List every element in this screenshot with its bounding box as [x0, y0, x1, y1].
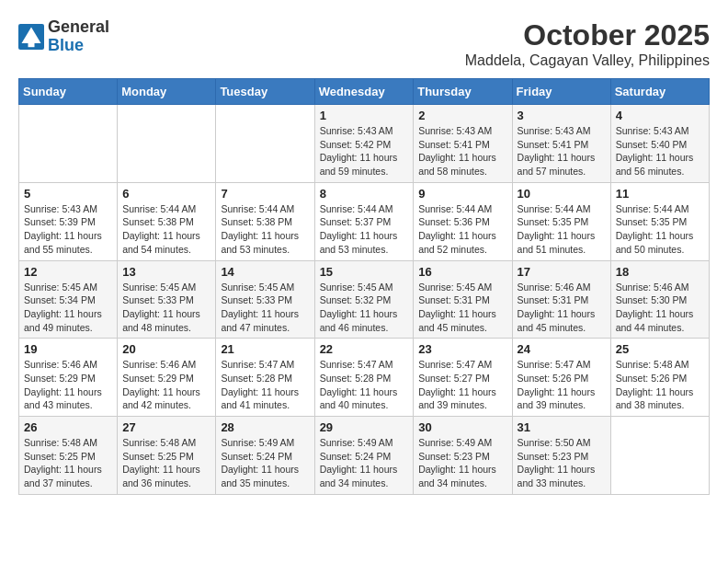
calendar-cell: 13Sunrise: 5:45 AM Sunset: 5:33 PM Dayli… — [118, 260, 216, 339]
day-info: Sunrise: 5:44 AM Sunset: 5:35 PM Dayligh… — [616, 202, 704, 257]
calendar-cell: 22Sunrise: 5:47 AM Sunset: 5:28 PM Dayli… — [314, 339, 414, 417]
calendar-cell: 23Sunrise: 5:47 AM Sunset: 5:27 PM Dayli… — [414, 339, 512, 417]
calendar-cell: 25Sunrise: 5:48 AM Sunset: 5:26 PM Dayli… — [610, 339, 709, 417]
day-number: 27 — [122, 420, 210, 434]
day-info: Sunrise: 5:43 AM Sunset: 5:42 PM Dayligh… — [320, 124, 409, 178]
day-number: 18 — [616, 265, 704, 279]
location-title: Maddela, Cagayan Valley, Philippines — [465, 52, 710, 69]
calendar-cell: 11Sunrise: 5:44 AM Sunset: 5:35 PM Dayli… — [610, 182, 709, 260]
day-number: 19 — [24, 342, 112, 356]
day-number: 7 — [221, 187, 309, 201]
day-number: 28 — [221, 420, 309, 434]
day-number: 3 — [518, 109, 606, 122]
day-number: 12 — [24, 265, 112, 279]
day-number: 13 — [122, 265, 210, 279]
day-number: 25 — [616, 342, 704, 356]
day-number: 1 — [320, 109, 409, 122]
day-number: 15 — [320, 265, 409, 279]
day-info: Sunrise: 5:45 AM Sunset: 5:34 PM Dayligh… — [24, 281, 112, 335]
day-info: Sunrise: 5:43 AM Sunset: 5:40 PM Dayligh… — [616, 124, 704, 178]
calendar-cell — [118, 105, 216, 183]
day-info: Sunrise: 5:49 AM Sunset: 5:23 PM Dayligh… — [418, 436, 506, 490]
logo: General Blue — [18, 18, 109, 55]
calendar-cell — [610, 417, 709, 495]
day-number: 20 — [122, 342, 210, 356]
week-row-2: 5Sunrise: 5:43 AM Sunset: 5:39 PM Daylig… — [19, 182, 710, 260]
day-info: Sunrise: 5:44 AM Sunset: 5:35 PM Dayligh… — [518, 202, 606, 257]
calendar-cell: 3Sunrise: 5:43 AM Sunset: 5:41 PM Daylig… — [512, 105, 610, 183]
calendar-cell: 15Sunrise: 5:45 AM Sunset: 5:32 PM Dayli… — [314, 260, 414, 339]
logo-blue: Blue — [48, 36, 84, 54]
calendar-cell — [19, 105, 118, 183]
day-info: Sunrise: 5:45 AM Sunset: 5:33 PM Dayligh… — [221, 281, 309, 335]
weekday-header-tuesday: Tuesday — [216, 79, 314, 105]
title-block: October 2025 Maddela, Cagayan Valley, Ph… — [465, 18, 710, 69]
day-info: Sunrise: 5:49 AM Sunset: 5:24 PM Dayligh… — [221, 436, 309, 490]
weekday-header-monday: Monday — [118, 79, 216, 105]
calendar-cell: 5Sunrise: 5:43 AM Sunset: 5:39 PM Daylig… — [19, 182, 118, 260]
weekday-header-row: SundayMondayTuesdayWednesdayThursdayFrid… — [19, 79, 710, 105]
day-info: Sunrise: 5:45 AM Sunset: 5:33 PM Dayligh… — [122, 281, 210, 335]
day-number: 24 — [518, 342, 606, 356]
svg-rect-2 — [28, 41, 35, 47]
day-number: 4 — [616, 109, 704, 122]
calendar-cell: 12Sunrise: 5:45 AM Sunset: 5:34 PM Dayli… — [19, 260, 118, 339]
logo-general: General — [48, 17, 109, 36]
day-info: Sunrise: 5:45 AM Sunset: 5:32 PM Dayligh… — [320, 281, 409, 335]
day-number: 17 — [518, 265, 606, 279]
day-number: 10 — [518, 187, 606, 201]
day-info: Sunrise: 5:48 AM Sunset: 5:25 PM Dayligh… — [122, 436, 210, 490]
day-info: Sunrise: 5:45 AM Sunset: 5:31 PM Dayligh… — [418, 281, 506, 335]
calendar-cell — [216, 105, 314, 183]
calendar-cell: 1Sunrise: 5:43 AM Sunset: 5:42 PM Daylig… — [314, 105, 414, 183]
day-number: 31 — [518, 420, 606, 434]
day-info: Sunrise: 5:46 AM Sunset: 5:31 PM Dayligh… — [518, 281, 606, 335]
calendar-cell: 30Sunrise: 5:49 AM Sunset: 5:23 PM Dayli… — [414, 417, 512, 495]
day-info: Sunrise: 5:47 AM Sunset: 5:26 PM Dayligh… — [518, 358, 606, 412]
weekday-header-sunday: Sunday — [19, 79, 118, 105]
day-number: 5 — [24, 187, 112, 201]
day-number: 14 — [221, 265, 309, 279]
month-title: October 2025 — [465, 18, 710, 52]
day-info: Sunrise: 5:44 AM Sunset: 5:38 PM Dayligh… — [221, 202, 309, 257]
day-number: 21 — [221, 342, 309, 356]
day-info: Sunrise: 5:44 AM Sunset: 5:37 PM Dayligh… — [320, 202, 409, 257]
day-number: 2 — [418, 109, 506, 122]
calendar-cell: 18Sunrise: 5:46 AM Sunset: 5:30 PM Dayli… — [610, 260, 709, 339]
calendar-cell: 28Sunrise: 5:49 AM Sunset: 5:24 PM Dayli… — [216, 417, 314, 495]
day-info: Sunrise: 5:47 AM Sunset: 5:28 PM Dayligh… — [320, 358, 409, 412]
day-number: 26 — [24, 420, 112, 434]
calendar-table: SundayMondayTuesdayWednesdayThursdayFrid… — [18, 78, 710, 495]
calendar-cell: 20Sunrise: 5:46 AM Sunset: 5:29 PM Dayli… — [118, 339, 216, 417]
week-row-5: 26Sunrise: 5:48 AM Sunset: 5:25 PM Dayli… — [19, 417, 710, 495]
day-info: Sunrise: 5:46 AM Sunset: 5:29 PM Dayligh… — [122, 358, 210, 412]
weekday-header-wednesday: Wednesday — [314, 79, 414, 105]
day-info: Sunrise: 5:49 AM Sunset: 5:24 PM Dayligh… — [320, 436, 409, 490]
week-row-1: 1Sunrise: 5:43 AM Sunset: 5:42 PM Daylig… — [19, 105, 710, 183]
calendar-cell: 7Sunrise: 5:44 AM Sunset: 5:38 PM Daylig… — [216, 182, 314, 260]
calendar-cell: 17Sunrise: 5:46 AM Sunset: 5:31 PM Dayli… — [512, 260, 610, 339]
day-number: 6 — [122, 187, 210, 201]
logo-text: General Blue — [48, 18, 109, 55]
day-number: 8 — [320, 187, 409, 201]
calendar-cell: 31Sunrise: 5:50 AM Sunset: 5:23 PM Dayli… — [512, 417, 610, 495]
calendar-cell: 21Sunrise: 5:47 AM Sunset: 5:28 PM Dayli… — [216, 339, 314, 417]
day-info: Sunrise: 5:50 AM Sunset: 5:23 PM Dayligh… — [518, 436, 606, 490]
day-number: 16 — [418, 265, 506, 279]
day-info: Sunrise: 5:44 AM Sunset: 5:36 PM Dayligh… — [418, 202, 506, 257]
day-info: Sunrise: 5:43 AM Sunset: 5:39 PM Dayligh… — [24, 202, 112, 257]
day-info: Sunrise: 5:48 AM Sunset: 5:25 PM Dayligh… — [24, 436, 112, 490]
calendar-cell: 16Sunrise: 5:45 AM Sunset: 5:31 PM Dayli… — [414, 260, 512, 339]
logo-icon — [18, 24, 44, 50]
week-row-4: 19Sunrise: 5:46 AM Sunset: 5:29 PM Dayli… — [19, 339, 710, 417]
day-info: Sunrise: 5:47 AM Sunset: 5:28 PM Dayligh… — [221, 358, 309, 412]
calendar-cell: 4Sunrise: 5:43 AM Sunset: 5:40 PM Daylig… — [610, 105, 709, 183]
day-number: 23 — [418, 342, 506, 356]
weekday-header-friday: Friday — [512, 79, 610, 105]
calendar-cell: 10Sunrise: 5:44 AM Sunset: 5:35 PM Dayli… — [512, 182, 610, 260]
calendar-cell: 27Sunrise: 5:48 AM Sunset: 5:25 PM Dayli… — [118, 417, 216, 495]
calendar-cell: 14Sunrise: 5:45 AM Sunset: 5:33 PM Dayli… — [216, 260, 314, 339]
week-row-3: 12Sunrise: 5:45 AM Sunset: 5:34 PM Dayli… — [19, 260, 710, 339]
day-info: Sunrise: 5:48 AM Sunset: 5:26 PM Dayligh… — [616, 358, 704, 412]
day-number: 11 — [616, 187, 704, 201]
